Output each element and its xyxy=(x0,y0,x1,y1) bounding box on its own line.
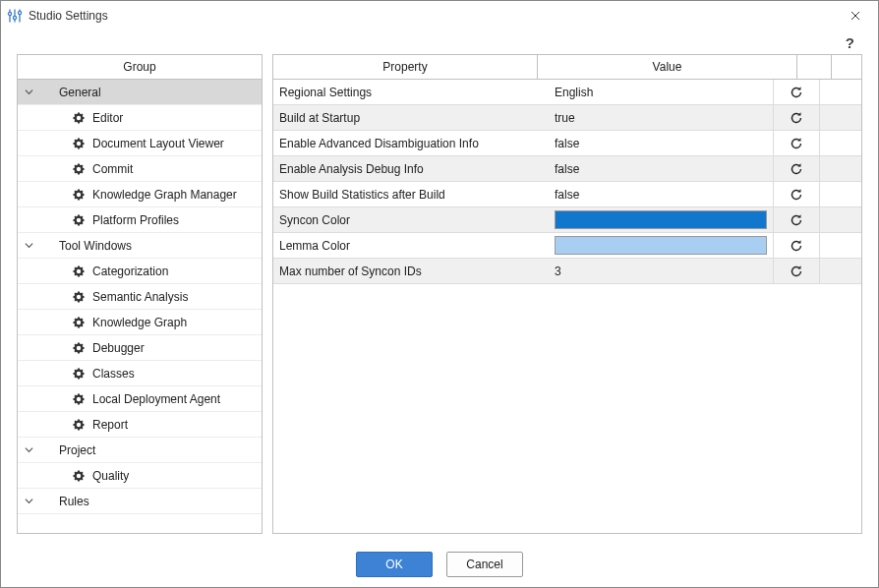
property-value-cell[interactable]: false xyxy=(549,156,773,181)
gear-icon xyxy=(71,340,87,356)
tree-child-item[interactable]: Categorization xyxy=(18,259,262,284)
tree-item-label: Categorization xyxy=(92,265,168,278)
col-header-value: Value xyxy=(538,55,797,79)
property-name-cell: Max number of Syncon IDs xyxy=(273,259,549,283)
color-swatch[interactable] xyxy=(555,210,767,229)
tree-item-label: Knowledge Graph xyxy=(92,316,187,329)
property-extra-cell xyxy=(819,156,861,181)
settings-dialog: Studio Settings ? Group GeneralEditorDoc… xyxy=(0,0,879,588)
property-value-cell[interactable] xyxy=(549,233,773,258)
property-value-cell[interactable]: false xyxy=(549,131,773,155)
property-value-cell[interactable]: English xyxy=(549,80,773,104)
tree-child-item[interactable]: Knowledge Graph xyxy=(18,310,262,335)
property-row: Regional SettingsEnglish xyxy=(273,80,861,105)
property-extra-cell xyxy=(819,182,861,206)
property-row: Syncon Color xyxy=(273,207,861,233)
chevron-down-icon[interactable] xyxy=(20,237,37,255)
property-name-cell: Enable Advanced Disambiguation Info xyxy=(273,131,549,155)
tree-group-item[interactable]: General xyxy=(18,80,262,105)
tree-item-label: Document Layout Viewer xyxy=(92,137,224,150)
titlebar: Studio Settings xyxy=(1,1,878,30)
tree-child-item[interactable]: Document Layout Viewer xyxy=(18,131,262,156)
help-row: ? xyxy=(1,30,878,54)
gear-icon xyxy=(71,187,87,203)
tree-child-item[interactable]: Local Deployment Agent xyxy=(18,386,262,412)
tree-item-label: Report xyxy=(92,418,128,432)
property-row: Enable Analysis Debug Infofalse xyxy=(273,156,861,182)
ok-button[interactable]: OK xyxy=(356,552,433,577)
property-row: Build at Startuptrue xyxy=(273,105,861,131)
tree-item-label: Project xyxy=(59,443,95,457)
property-value-cell[interactable] xyxy=(549,207,773,232)
color-swatch[interactable] xyxy=(555,236,767,255)
gear-icon xyxy=(71,391,87,407)
svg-point-1 xyxy=(13,16,16,19)
reset-icon[interactable] xyxy=(789,264,804,279)
gear-icon xyxy=(71,289,87,305)
tree-group-item[interactable]: Rules xyxy=(18,489,262,514)
reset-icon[interactable] xyxy=(789,187,804,203)
group-tree-panel: Group GeneralEditorDocument Layout Viewe… xyxy=(17,54,263,534)
svg-point-2 xyxy=(18,11,21,14)
tree-item-label: Commit xyxy=(92,162,133,176)
tree-group-item[interactable]: Project xyxy=(18,438,262,463)
tree-child-item[interactable]: Knowledge Graph Manager xyxy=(18,182,262,207)
reset-icon[interactable] xyxy=(789,85,804,100)
property-name-cell: Show Build Statistics after Build xyxy=(273,182,549,206)
gear-icon xyxy=(71,366,87,382)
reset-icon[interactable] xyxy=(789,238,804,254)
svg-point-0 xyxy=(8,12,11,15)
tree-item-label: Semantic Analysis xyxy=(92,290,188,304)
app-icon xyxy=(7,8,23,24)
chevron-down-icon[interactable] xyxy=(20,84,37,101)
tree-child-item[interactable]: Editor xyxy=(18,105,262,131)
tree-child-item[interactable]: Classes xyxy=(18,361,262,386)
property-value-cell[interactable]: false xyxy=(549,182,773,206)
property-row: Show Build Statistics after Buildfalse xyxy=(273,182,861,207)
property-extra-cell xyxy=(819,207,861,232)
col-header-property: Property xyxy=(273,55,538,79)
chevron-down-icon[interactable] xyxy=(20,441,37,459)
group-tree[interactable]: GeneralEditorDocument Layout ViewerCommi… xyxy=(18,80,262,533)
property-value-cell[interactable]: true xyxy=(549,105,773,130)
tree-child-item[interactable]: Debugger xyxy=(18,335,262,361)
property-name-cell: Lemma Color xyxy=(273,233,549,258)
tree-item-label: Tool Windows xyxy=(59,239,132,253)
property-name-cell: Regional Settings xyxy=(273,80,549,104)
tree-child-item[interactable]: Report xyxy=(18,412,262,438)
tree-item-label: Debugger xyxy=(92,341,145,355)
tree-item-label: Quality xyxy=(92,469,129,483)
close-button[interactable] xyxy=(839,1,872,30)
tree-child-item[interactable]: Commit xyxy=(18,156,262,182)
gear-icon xyxy=(71,161,87,177)
reset-icon[interactable] xyxy=(789,136,804,151)
property-extra-cell xyxy=(819,259,861,283)
tree-child-item[interactable]: Platform Profiles xyxy=(18,207,262,233)
reset-icon[interactable] xyxy=(789,110,804,126)
gear-icon xyxy=(71,136,87,151)
property-row: Max number of Syncon IDs3 xyxy=(273,259,861,284)
tree-child-item[interactable]: Quality xyxy=(18,463,262,489)
window-title: Studio Settings xyxy=(29,9,108,23)
cancel-button[interactable]: Cancel xyxy=(446,552,523,577)
tree-item-label: Knowledge Graph Manager xyxy=(92,188,237,202)
reset-icon[interactable] xyxy=(789,212,804,228)
chevron-down-icon[interactable] xyxy=(20,493,37,510)
property-name-cell: Enable Analysis Debug Info xyxy=(273,156,549,181)
tree-item-label: Editor xyxy=(92,111,123,125)
gear-icon xyxy=(71,468,87,484)
reset-icon[interactable] xyxy=(789,161,804,177)
tree-group-item[interactable]: Tool Windows xyxy=(18,233,262,259)
property-value-cell[interactable]: 3 xyxy=(549,259,773,283)
property-extra-cell xyxy=(819,80,861,104)
tree-child-item[interactable]: Semantic Analysis xyxy=(18,284,262,310)
tree-item-label: Rules xyxy=(59,495,89,508)
gear-icon xyxy=(71,417,87,433)
property-table-body: Regional SettingsEnglishBuild at Startup… xyxy=(273,80,861,533)
gear-icon xyxy=(71,212,87,228)
help-button[interactable]: ? xyxy=(846,34,854,51)
property-row: Lemma Color xyxy=(273,233,861,259)
gear-icon xyxy=(71,315,87,330)
dialog-footer: OK Cancel xyxy=(1,542,878,587)
property-extra-cell xyxy=(819,105,861,130)
